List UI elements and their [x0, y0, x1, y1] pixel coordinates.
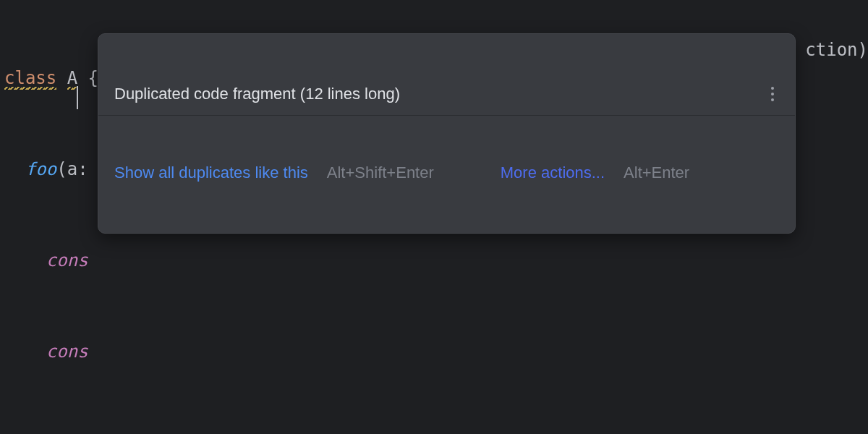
- more-vert-icon[interactable]: [766, 86, 779, 102]
- code-line[interactable]: console.log('c', c): [0, 427, 868, 434]
- shortcut-hint: Alt+Enter: [624, 163, 689, 182]
- colon: :: [77, 159, 88, 179]
- code-line[interactable]: cons: [0, 245, 868, 276]
- partial-token: cons: [46, 341, 88, 362]
- param: a: [67, 159, 77, 179]
- inspection-popup: Duplicated code fragment (12 lines long)…: [98, 33, 796, 234]
- overflow-text: ction): [805, 35, 868, 65]
- show-duplicates-link[interactable]: Show all duplicates like this: [114, 163, 308, 182]
- method-name: foo: [25, 159, 56, 179]
- keyword-class: class: [4, 68, 56, 88]
- popup-actions: Show all duplicates like this Alt+Shift+…: [98, 153, 795, 195]
- code-editor[interactable]: class A { foo(a: cons cons console.log('…: [0, 0, 868, 434]
- class-name: A: [67, 68, 77, 88]
- code-line[interactable]: cons: [0, 336, 868, 367]
- popup-title: Duplicated code fragment (12 lines long): [114, 85, 400, 103]
- more-actions-link[interactable]: More actions...: [501, 163, 605, 182]
- paren-open: (: [56, 159, 67, 179]
- shortcut-hint: Alt+Shift+Enter: [327, 163, 434, 182]
- partial-token: cons: [46, 250, 88, 271]
- popup-header: Duplicated code fragment (12 lines long): [98, 72, 795, 116]
- brace-open: {: [88, 68, 98, 88]
